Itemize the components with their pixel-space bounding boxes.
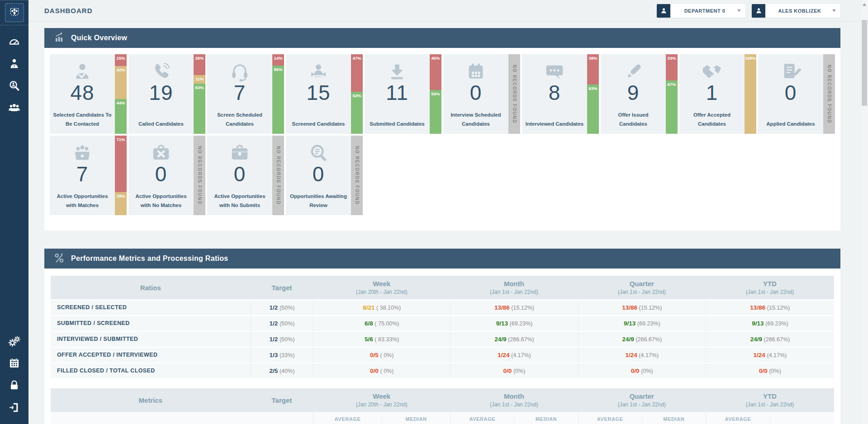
overview-card[interactable]: 0 Opportunities Awaiting Review NO RECOR…: [286, 136, 363, 215]
bar-segment: 15%: [115, 54, 127, 66]
scrollbar[interactable]: [861, 0, 868, 424]
period-cell: 24/9 (266.67%): [450, 332, 578, 347]
overview-card[interactable]: 0 Interview Scheduled Candidates NO RECO…: [443, 54, 520, 134]
card-bar: 38%63%: [587, 54, 599, 134]
overview-card[interactable]: 48 Selected Candidates To Be Contacted 1…: [50, 54, 127, 134]
topbar-controls: DEPARTMENT 0 ALES KOBLIZEK: [657, 4, 840, 18]
bar-segment: 29%: [115, 192, 127, 215]
card-label: Interviewed Candidates: [525, 119, 584, 128]
overview-card[interactable]: 7 Active Opportunities with Matches 71%2…: [50, 136, 127, 215]
percent-arrow-icon: [53, 252, 66, 266]
subcolumn-header: MEDIAN: [514, 416, 578, 422]
page-title: DASHBOARD: [44, 7, 93, 14]
sidebar-item-candidate-search[interactable]: [0, 76, 28, 98]
period-cell: 0/5 ( 0%): [313, 348, 450, 363]
chevron-down-icon: [737, 9, 741, 12]
subcolumn-header: MEDIAN: [642, 416, 706, 422]
metrics-table: Metrics Target Week (Jan 20th - Jan 22nd…: [51, 388, 834, 424]
card-label: Selected Candidates To Be Contacted: [52, 110, 112, 128]
card-label: Opportunities Awaiting Review: [289, 192, 348, 210]
overview-card[interactable]: 15 Screened Candidates 47%53%: [286, 54, 363, 134]
card-label: Offer Issued Candidates: [603, 110, 663, 128]
overview-card[interactable]: 0 Applied Candidates NO RECORDS FOUND: [758, 54, 835, 134]
sidebar-item-logout[interactable]: [0, 397, 28, 419]
card-label: Submitted Candidates: [367, 119, 427, 128]
overview-card[interactable]: 0 Active Opportunities with No Submits N…: [207, 136, 284, 215]
period-cell: 6/8 ( 75.00%): [313, 316, 450, 331]
card-value: 1: [679, 80, 745, 105]
overview-card[interactable]: 7 Screen Scheduled Candidates 14%86%: [207, 54, 284, 134]
overview-card[interactable]: 9 Offer Issued Candidates 33%67%: [601, 54, 678, 134]
bar-segment: 100%: [745, 54, 756, 134]
user-dropdown[interactable]: ALES KOBLIZEK: [752, 4, 840, 18]
column-header: Ratios: [51, 284, 251, 292]
no-records-bar: NO RECORDS FOUND: [194, 136, 205, 215]
overview-cards: 48 Selected Candidates To Be Contacted 1…: [44, 48, 840, 231]
period-cell: 24/9 (266.67%): [578, 332, 706, 347]
ratios-table-header: Ratios Target Week (Jan 20th - Jan 22nd)…: [51, 276, 834, 299]
period-cell: 9/13 (69.23%): [706, 316, 834, 331]
overview-card[interactable]: 0 Active Opportunities with No Matches N…: [128, 136, 205, 215]
person-question-icon: ?: [8, 58, 20, 72]
column-header: Week (Jan 20th - Jan 22nd): [313, 392, 450, 408]
sidebar-item-security[interactable]: [0, 375, 28, 397]
card-bar: NO RECORDS FOUND: [508, 54, 520, 134]
period-cell: 9/13 (69.23%): [578, 316, 706, 331]
topbar: DASHBOARD DEPARTMENT 0 ALES KOBLIZEK: [28, 0, 868, 22]
metrics-header: Performance Metrics and Processing Ratio…: [44, 249, 840, 269]
column-header: Month (Jan 1st - Jan 22nd): [450, 280, 578, 295]
bar-chart-arrow-icon: [53, 31, 66, 45]
overview-card[interactable]: 19 Called Candidates 26%11%63%: [128, 54, 205, 134]
card-bar: NO RECORDS FOUND: [823, 54, 835, 134]
ratio-row: INTERVIEWED / SUBMITTED 1/2 (50%) 5/6 ( …: [51, 331, 834, 347]
bar-segment: 45%: [430, 54, 441, 90]
section-title: Performance Metrics and Processing Ratio…: [71, 254, 228, 263]
sidebar-item-talent-pools[interactable]: [0, 98, 28, 120]
column-header: Metrics: [51, 396, 251, 404]
period-cell: 1/24 (4.17%): [578, 348, 706, 363]
bar-segment: 63%: [587, 85, 599, 134]
people-group-icon: [8, 102, 20, 116]
overview-card[interactable]: 8 Interviewed Candidates 38%63%: [522, 54, 599, 134]
subcolumn-header: AVERAGE: [706, 416, 770, 422]
scroll-up-arrow-icon[interactable]: [863, 3, 866, 6]
card-bar: 33%67%: [666, 54, 678, 134]
period-cell: 0/0 ( 0%): [313, 363, 450, 378]
bar-segment: 33%: [666, 54, 678, 80]
ratio-label: OFFER ACCEPTED / INTERVIEWED: [51, 348, 251, 363]
bar-segment: 63%: [194, 84, 205, 134]
target-cell: 1/3 (33%): [251, 348, 313, 363]
column-header: Target: [251, 284, 313, 292]
subheader-cell: AVERAGEMEDIAN: [578, 412, 706, 424]
sidebar-item-candidates[interactable]: ?: [0, 54, 28, 76]
bar-segment: 44%: [115, 99, 127, 134]
scrollbar-thumb[interactable]: [862, 20, 867, 106]
overview-card[interactable]: 11 Submitted Candidates 45%55%: [365, 54, 441, 134]
app-logo[interactable]: [0, 0, 28, 25]
no-records-bar: NO RECORDS FOUND: [823, 54, 835, 134]
sidebar-item-calendar[interactable]: [0, 353, 28, 375]
lock-icon: [8, 379, 20, 393]
department-dropdown[interactable]: DEPARTMENT 0: [657, 4, 745, 18]
bar-segment: 71%: [115, 136, 127, 192]
no-records-bar: NO RECORDS FOUND: [272, 136, 284, 215]
card-bar: 71%29%: [115, 136, 127, 215]
pocket-logo-icon: [5, 3, 24, 22]
subcolumn-header: AVERAGE: [451, 416, 514, 422]
bar-segment: 53%: [351, 92, 363, 134]
subcolumn-header: [770, 416, 834, 422]
target-cell: 2/5 (40%): [251, 363, 313, 378]
subheader-cell: AVERAGEMEDIAN: [450, 412, 578, 424]
card-value: 7: [207, 80, 272, 105]
card-value: 9: [601, 80, 666, 105]
metrics-table-subheader: AVERAGEMEDIANAVERAGEMEDIANAVERAGEMEDIANA…: [51, 412, 834, 424]
overview-card[interactable]: 1 Offer Accepted Candidates 100%: [679, 54, 756, 134]
column-header: YTD (Jan 1st - Jan 22nd): [706, 392, 834, 408]
period-cell: 5/6 ( 83.33%): [313, 332, 450, 347]
user-icon: [657, 4, 670, 18]
ratio-row: SCREENED / SELECTED 1/2 (50%) 8/21 ( 38.…: [51, 299, 834, 315]
sidebar-item-settings[interactable]: [0, 331, 28, 353]
sidebar-item-dashboard[interactable]: [0, 32, 28, 54]
sidebar: ?: [0, 0, 28, 424]
column-header: Quarter (Jan 1st - Jan 22nd): [578, 280, 706, 295]
